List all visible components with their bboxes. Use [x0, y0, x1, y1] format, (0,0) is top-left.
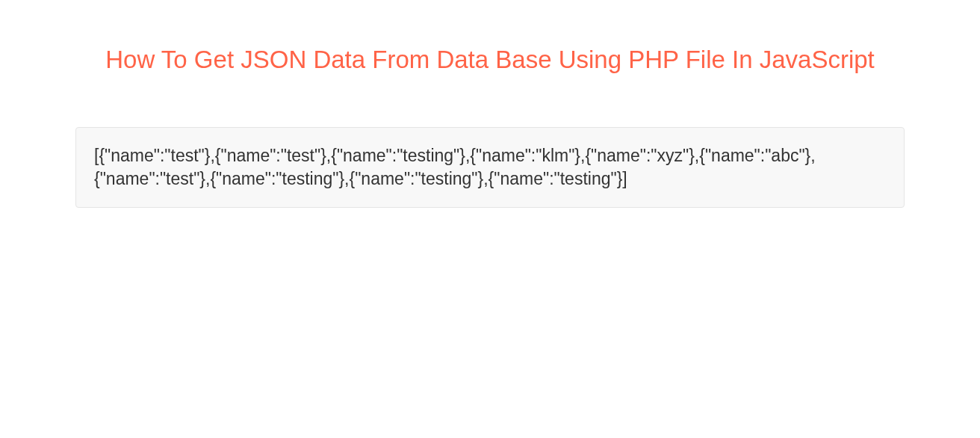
- json-output-box: [{"name":"test"},{"name":"test"},{"name"…: [75, 127, 905, 208]
- page-title: How To Get JSON Data From Data Base Usin…: [75, 45, 905, 75]
- json-output-text: [{"name":"test"},{"name":"test"},{"name"…: [94, 146, 816, 188]
- page-container: How To Get JSON Data From Data Base Usin…: [64, 45, 916, 208]
